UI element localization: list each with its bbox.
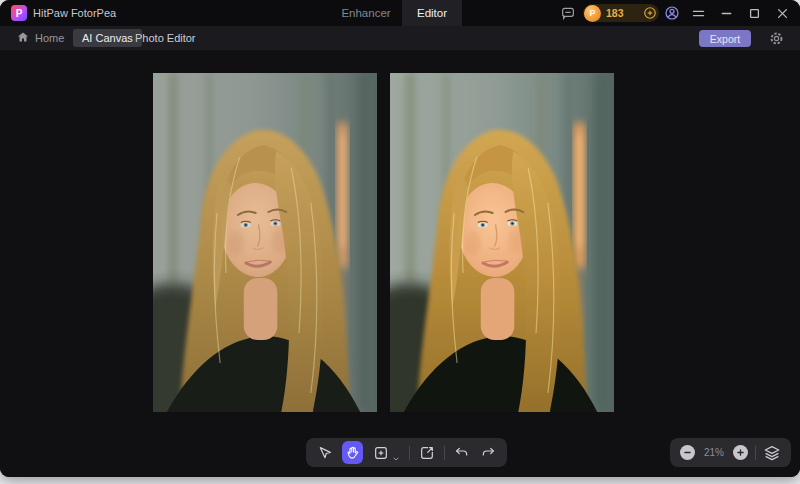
toolbar-divider (755, 446, 756, 460)
tab-photo-editor[interactable]: Photo Editor (126, 29, 205, 47)
image-before[interactable] (153, 73, 377, 412)
app-window: P HitPaw FotorPea Enhancer Editor P 183 (0, 0, 800, 477)
tab-enhancer[interactable]: Enhancer (330, 0, 402, 26)
menu-icon[interactable] (690, 5, 707, 22)
image-after[interactable] (390, 73, 614, 412)
undo-icon[interactable] (454, 444, 470, 462)
export-button[interactable]: Export (699, 30, 751, 47)
redo-icon[interactable] (480, 444, 496, 462)
zoom-controls: 21% (670, 438, 791, 467)
app-logo-icon: P (11, 5, 27, 21)
coin-icon: P (584, 5, 601, 22)
app-title: HitPaw FotorPea (33, 7, 116, 19)
home-icon (17, 31, 29, 45)
zoom-in-button[interactable] (733, 445, 748, 460)
maximize-icon[interactable] (746, 5, 763, 22)
title-bar: P HitPaw FotorPea Enhancer Editor P 183 (0, 0, 800, 26)
nav-bar: Home AI Canvas Photo Editor Export (0, 26, 800, 50)
close-icon[interactable] (774, 5, 791, 22)
canvas-toolbar (306, 438, 507, 467)
toolbar-divider (409, 446, 410, 460)
zoom-out-button[interactable] (680, 445, 695, 460)
settings-gear-icon[interactable] (768, 30, 785, 47)
replace-image-tool-icon[interactable] (419, 444, 435, 462)
toolbar-divider (444, 446, 445, 460)
add-credits-icon[interactable] (643, 6, 657, 20)
add-icon (372, 444, 390, 462)
layers-icon[interactable] (763, 444, 781, 462)
account-icon[interactable] (664, 5, 680, 21)
credits-count: 183 (606, 7, 624, 19)
nav-home[interactable]: Home (17, 26, 64, 50)
chevron-down-icon (392, 449, 400, 457)
select-tool-icon[interactable] (317, 444, 333, 462)
hand-tool-icon[interactable] (342, 441, 363, 464)
tab-editor[interactable]: Editor (402, 0, 462, 26)
credits-pill[interactable]: P 183 (583, 4, 659, 22)
editor-canvas[interactable]: 21% (0, 50, 800, 477)
add-element-tool[interactable] (372, 444, 400, 462)
nav-home-label: Home (35, 32, 64, 44)
feedback-icon[interactable] (560, 5, 576, 21)
minimize-icon[interactable] (718, 5, 735, 22)
zoom-level: 21% (702, 447, 726, 458)
